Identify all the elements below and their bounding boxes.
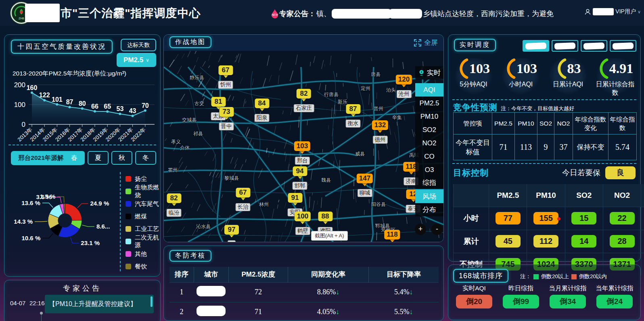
city-marker-沧州[interactable]: 120沧州 [396, 75, 412, 98]
redacted-city [197, 286, 226, 296]
map-label-林州: 林州 [259, 201, 269, 208]
redacted-tab-label [583, 42, 605, 50]
map-title: 作战地图 [169, 36, 211, 48]
user-label: VIP用户 [615, 8, 636, 15]
svg-text:87: 87 [66, 99, 73, 105]
map-zoom-out-button[interactable]: - [431, 224, 443, 235]
fullscreen-button[interactable]: 全屏 [414, 38, 438, 47]
map-menu-item-NO2[interactable]: NO2 [415, 136, 443, 150]
marker-pointer [409, 172, 414, 177]
map-canvas[interactable]: 静乐县唐县任丘定州河间行唐县新乐泊头古交晋州辛集交城县祁县孝义介休威县禹城齐河县… [164, 51, 443, 242]
city-marker-衡水[interactable]: 87衡水 [346, 104, 361, 128]
webcam-icon [418, 69, 425, 76]
legend-swatch [125, 189, 131, 194]
marker-pointer [259, 108, 264, 113]
pollutant-dropdown[interactable]: PM2.5 ∨ [117, 53, 156, 67]
map-menu-item-综指[interactable]: 综指 [415, 176, 443, 190]
prediction-col-NO2: NO2 [554, 113, 573, 134]
city-marker-阳泉[interactable]: 84阳泉 [255, 99, 270, 122]
city-marker-长治[interactable]: 67长治 [236, 188, 251, 211]
season-tab-冬[interactable]: 冬 [135, 151, 156, 165]
map-menu-item-CO[interactable]: CO [415, 150, 443, 163]
marker-pointer [171, 203, 176, 208]
grade-badge: 良 [605, 166, 636, 179]
map-menu-item-PM10[interactable]: PM10 [415, 110, 443, 123]
dispatch-tab-4[interactable] [610, 40, 636, 52]
season-tab-秋[interactable]: 秋 [111, 151, 132, 165]
map-menu-item-分布[interactable]: 分布 [415, 203, 443, 216]
target-col-row-label [454, 184, 489, 207]
divider [8, 145, 156, 145]
gauge-display: 83 [555, 58, 581, 79]
city-marker-邢台[interactable]: 103邢台 [294, 141, 310, 165]
marker-pointer [224, 117, 229, 122]
svg-text:53: 53 [117, 105, 124, 112]
marker-value: 67 [236, 188, 250, 197]
gauge-小时AQI: 103小时AQI [497, 58, 544, 97]
svg-text:2022年: 2022年 [130, 126, 147, 143]
gauge-arc-icon [457, 57, 469, 81]
map-label-泊头: 泊头 [386, 87, 396, 94]
reach-days-button[interactable]: 达标天数 [121, 39, 156, 51]
season-tab-春[interactable]: 春 [64, 151, 85, 165]
dispatch-tab-3[interactable] [581, 40, 607, 52]
dispatch-tab-1[interactable] [523, 40, 549, 52]
legend-swatch [125, 176, 131, 182]
gauge-日累计综合指数: 4.91日累计综合指数 [592, 58, 639, 97]
map-label-晋州: 晋州 [374, 105, 383, 112]
prediction-col-PM10: PM10 [515, 113, 537, 134]
city-marker-晋中[interactable]: 73晋中 [219, 107, 234, 130]
city-marker-97[interactable]: 97 [224, 225, 239, 242]
map-zoom-in-button[interactable]: + [415, 224, 426, 235]
city-marker-石家庄[interactable]: 82石家庄 [294, 89, 314, 112]
ranking-column-label: 当年累计综指 [592, 284, 637, 292]
map-menu-item-PM2.5[interactable]: PM2.5 [415, 97, 443, 110]
gauge-display: 103 [504, 58, 537, 79]
svg-text:0: 0 [22, 121, 25, 128]
map-menu-realtime[interactable]: 实时 [415, 66, 443, 80]
battle-map-panel: 作战地图 全屏 静乐县唐县任丘定州河间行唐县新乐泊头古交晋州辛集交城县祁县孝义介… [163, 34, 444, 242]
map-label-霍州: 霍州 [168, 167, 178, 174]
prediction-col-PM2.5: PM2.5 [492, 113, 515, 134]
city-marker-德州[interactable]: 132德州 [372, 120, 388, 144]
map-layer-menu: 实时 AQIPM2.5PM10SO2NO2COO3综指风场分布 [415, 66, 443, 216]
marker-pointer [390, 239, 395, 242]
map-menu-item-O3[interactable]: O3 [415, 163, 443, 176]
page-title: 市"三个治霾"指挥调度中心 [61, 6, 201, 21]
target-control-title: 目标控制 [453, 168, 489, 177]
expert-message-item[interactable]: 【PM10上升提醒及管控建议】 [45, 295, 154, 313]
season-tab-夏[interactable]: 夏 [88, 151, 109, 165]
legend-item-其他: 其他 [125, 248, 160, 260]
map-menu-item-AQI[interactable]: AQI [415, 83, 443, 97]
pie-legend: 扬尘生物质燃烧汽车尾气燃煤工业工艺二次无机源其他餐饮 [125, 173, 160, 273]
marker-pointer [240, 197, 245, 203]
svg-text:80: 80 [79, 100, 86, 107]
city-marker-忻州[interactable]: 67忻州 [218, 65, 233, 89]
city-marker-118[interactable]: 118 [384, 230, 400, 242]
dispatch-tab-2[interactable] [552, 40, 578, 52]
announcement-text-pre: 镇、 [316, 9, 331, 19]
scrollbar[interactable] [151, 296, 153, 307]
marker-pointer [323, 221, 328, 227]
target-col-PM2.5: PM2.5 [489, 184, 527, 207]
gauge-arc-icon [597, 57, 609, 81]
city-marker-临汾[interactable]: 82临汾 [167, 193, 182, 217]
gauge-value: 83 [567, 61, 581, 76]
marker-city-label: 鹤壁 [295, 227, 310, 235]
user-menu[interactable]: VIP用户 ∨ [584, 8, 641, 15]
gauge-label: 5分钟AQI [452, 80, 496, 88]
map-menu-item-SO2[interactable]: SO2 [415, 123, 443, 136]
map-label-交城县: 交城县 [182, 117, 197, 124]
ranking-legend-swatch [571, 274, 577, 279]
marker-pointer [300, 221, 305, 227]
marker-value: 103 [294, 141, 310, 151]
map-menu-item-风场[interactable]: 风场 [415, 190, 443, 203]
city-marker-鹤壁[interactable]: 100鹤壁 [295, 212, 311, 235]
marker-city-label: 聊城 [358, 189, 372, 197]
city-marker-聊城[interactable]: 147聊城 [357, 174, 373, 197]
marker-city-label: 阳泉 [255, 114, 270, 122]
city-marker-邯郸[interactable]: 94邯郸 [293, 166, 307, 190]
city-ranking-panel: 168城市排序 注： 倒数20以上倒数20以内 实时AQI倒20昨日综指倒99当… [448, 264, 641, 320]
expert-announcement-ticker[interactable]: NEW 专家公告： 镇、 乡镇站点达轻度，西南污染加重，为避免 [271, 8, 582, 19]
ranking-column-昨日综指: 昨日综指倒99 [498, 284, 544, 308]
